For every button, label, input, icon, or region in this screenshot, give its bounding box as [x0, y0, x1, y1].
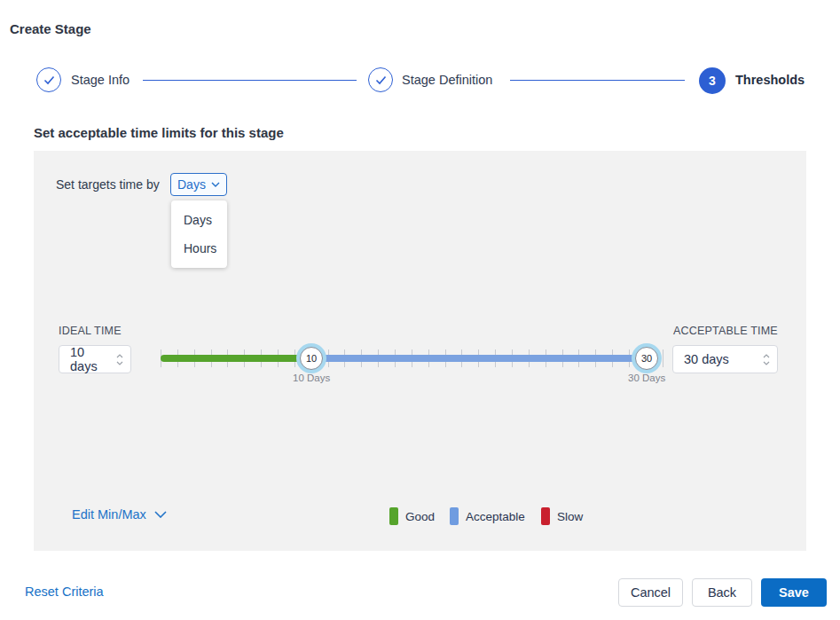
time-unit-dropdown[interactable]: Days [170, 173, 227, 196]
step-number: 3 [709, 74, 716, 88]
menu-item-days[interactable]: Days [171, 206, 227, 234]
time-unit-menu: Days Hours [171, 200, 227, 268]
stepper-connector [143, 80, 357, 81]
save-button[interactable]: Save [761, 578, 827, 607]
create-stage-dialog: Create Stage Stage Info Stage Definition… [0, 0, 840, 620]
legend-label-good: Good [405, 510, 435, 523]
reset-criteria-link[interactable]: Reset Criteria [25, 585, 104, 599]
ideal-time-input[interactable]: 10 days [59, 345, 131, 373]
legend-swatch-slow [541, 507, 550, 525]
step-label-stage-definition[interactable]: Stage Definition [402, 74, 492, 87]
ideal-time-value: 10 days [59, 345, 109, 373]
slider-tick [663, 349, 663, 367]
spinner-up-icon[interactable] [763, 354, 770, 358]
slider-handle-min-label: 10 Days [285, 373, 338, 383]
check-icon [375, 75, 387, 85]
step-label-stage-info[interactable]: Stage Info [71, 74, 130, 87]
back-button[interactable]: Back [692, 578, 752, 607]
ideal-time-label: IDEAL TIME [59, 325, 122, 337]
edit-minmax-link[interactable]: Edit Min/Max [72, 507, 167, 522]
step-label-thresholds[interactable]: Thresholds [735, 74, 805, 87]
slider-handle-max-value: 30 [641, 353, 652, 364]
chevron-down-icon [211, 182, 220, 187]
spinner-down-icon[interactable] [763, 361, 770, 365]
step-circle-stage-definition[interactable] [368, 67, 393, 92]
spinner-down-icon[interactable] [116, 361, 123, 365]
acceptable-time-input[interactable]: 30 days [672, 345, 778, 373]
slider-handle-min[interactable]: 10 [300, 347, 323, 370]
legend-label-acceptable: Acceptable [466, 510, 525, 523]
slider-handle-min-value: 10 [306, 353, 317, 364]
time-unit-selected: Days [177, 177, 206, 192]
section-heading: Set acceptable time limits for this stag… [34, 125, 284, 140]
menu-item-hours[interactable]: Hours [171, 234, 227, 263]
page-title: Create Stage [10, 21, 91, 36]
slider-handle-max[interactable]: 30 [635, 347, 658, 370]
legend-label-slow: Slow [557, 510, 583, 523]
legend-swatch-good [389, 507, 398, 525]
edit-minmax-label: Edit Min/Max [72, 507, 146, 522]
thresholds-panel: Set targets time by Days Days Hours IDEA… [34, 151, 806, 551]
check-icon [43, 75, 55, 85]
stepper-connector [510, 80, 685, 81]
slider-segment-good [161, 355, 311, 362]
acceptable-time-value: 30 days [673, 352, 756, 366]
targets-time-label: Set targets time by [56, 173, 160, 196]
chevron-down-icon [154, 511, 167, 518]
cancel-button[interactable]: Cancel [618, 578, 683, 607]
acceptable-time-spinner [756, 354, 777, 365]
acceptable-time-label: ACCEPTABLE TIME [673, 325, 778, 337]
step-circle-stage-info[interactable] [36, 67, 61, 92]
step-circle-thresholds[interactable]: 3 [699, 67, 726, 94]
slider-handle-max-label: 30 Days [620, 373, 673, 383]
slider-segment-acceptable [311, 355, 647, 362]
spinner-up-icon[interactable] [116, 354, 123, 358]
ideal-time-spinner [109, 354, 130, 365]
legend-swatch-acceptable [450, 507, 459, 525]
